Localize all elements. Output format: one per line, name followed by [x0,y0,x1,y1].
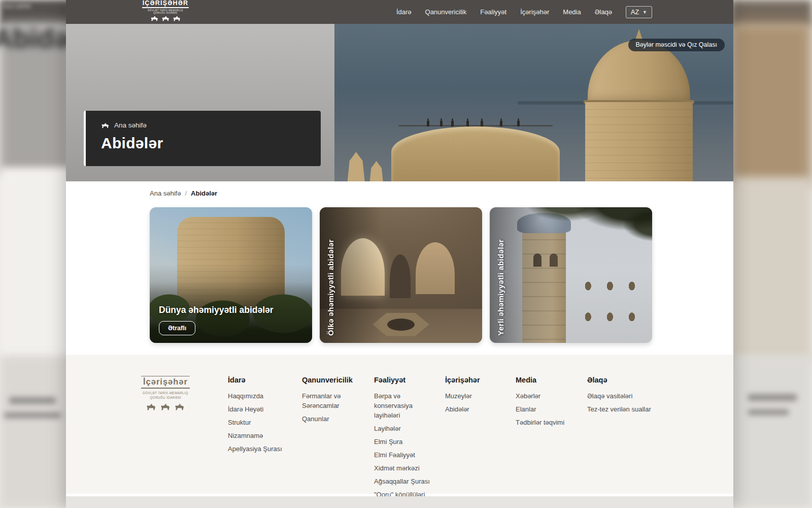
site-logo[interactable]: İÇƏRİŞƏHƏR DÖVLƏT TARİX-MEMARLIQ QORUĞU … [142,0,189,21]
footer-link[interactable]: Xəbərlər [516,391,580,401]
backdrop-right-mid-block [731,178,812,361]
footer-link[interactable]: Bərpa və konservasiya layihələri [374,391,438,420]
small-dome [370,161,383,181]
backdrop-left-blob [4,412,61,418]
footer-link[interactable]: Abidələr [445,404,509,414]
main-page: İÇƏRİŞƏHƏR DÖVLƏT TARİX-MEMARLIQ QORUĞU … [66,0,733,508]
details-button[interactable]: Ətraflı [159,321,195,335]
breadcrumb: Ana səhifə / Abidələr [66,181,733,197]
card-title: Dünya əhəmiyyətli abidələr [159,305,305,315]
nav-item-icherisheher[interactable]: İçərişəhər [520,8,549,16]
person-silhouette [500,120,502,126]
card-world-monuments[interactable]: Dünya əhəmiyyətli abidələr Ətraflı [150,207,312,343]
photo-caption-badge: Bəylər məscidi və Qız Qalası [628,39,725,51]
chevron-down-icon: ▼ [642,10,647,15]
rooftop-railing [398,125,553,126]
breadcrumb-separator: / [185,189,187,197]
breadcrumb-current: Abidələr [191,189,217,197]
footer-link[interactable]: Fərmanlar və Sərəncamlar [302,391,367,410]
footer-logo-gazelles-icon [141,403,190,410]
footer-column-heading: Fəaliyyət [374,376,438,384]
logo-subtitle: DÖVLƏT TARİX-MEMARLIQ QORUĞU İDARƏSİ [142,9,189,14]
person-silhouette [481,120,483,126]
footer-link[interactable]: Muzeylər [445,391,509,401]
card-title-vertical: Yerli əhəmiyyətli abidələr [496,239,505,336]
page-title: Abidələr [101,135,306,152]
footer-column-media: Media Xəbərlər Elanlar Tədbirlər təqvimi [516,376,587,494]
backdrop-left-breadcrumb-text: Ana səhifə [2,3,31,10]
footer-logo[interactable]: İçərişəhər DÖVLƏT TARİX-MEMARLIQ QORUĞU … [141,376,228,494]
panel-breadcrumb[interactable]: Ana səhifə [101,121,306,129]
footer-link[interactable]: Haqqımızda [228,391,295,401]
backdrop-left-white-block [0,168,71,361]
footer-link[interactable]: Elmi Şura [374,437,438,447]
page-title-panel: Ana səhifə Abidələr [84,111,321,166]
language-selected-value: AZ [631,9,639,16]
footer-link[interactable]: Elmi Fəaliyyət [374,450,438,460]
footer-column-heading: Əlaqə [587,376,687,384]
footer-logo-title: İçərişəhər [141,376,190,389]
footer-link[interactable]: Xidmət mərkəzi [374,463,438,473]
footer-link[interactable]: Ağsaqqallar Şurası [374,477,438,486]
person-silhouette [451,120,454,126]
monument-category-cards: Dünya əhəmiyyətli abidələr Ətraflı Ölkə … [66,207,733,343]
footer-column-qanunvericilik: Qanunvericilik Fərmanlar və Sərəncamlar … [302,376,374,494]
backdrop-left-footer-block [0,356,71,508]
footer-column-heading: Qanunvericilik [302,376,367,384]
card-image-fountain-bowl [387,319,415,331]
backdrop-right-blob [748,394,797,401]
footer-link[interactable]: Elanlar [516,404,580,414]
panel-home-link[interactable]: Ana səhifə [114,121,147,129]
card-title-vertical: Ölkə əhəmiyyətli abidələr [326,239,335,336]
person-silhouette [427,120,429,126]
person-silhouette [466,120,469,126]
footer-link[interactable]: Qanunlar [302,414,367,424]
footer: İçərişəhər DÖVLƏT TARİX-MEMARLIQ QORUĞU … [66,355,733,494]
footer-column-heading: İçərişəhər [445,376,509,384]
footer-column-idare: İdarə Haqqımızda İdarə Heyəti Struktur N… [228,376,302,494]
backdrop-right-blob [748,409,789,415]
breadcrumb-home-link[interactable]: Ana səhifə [150,189,181,197]
nav-item-media[interactable]: Media [563,8,581,16]
nav-item-elaqe[interactable]: Əlaqə [595,8,612,16]
footer-link[interactable]: Layihələr [374,424,438,433]
footer-column-icherisheher: İçərişəhər Muzeylər Abidələr [445,376,516,494]
logo-title: İÇƏRİŞƏHƏR [142,0,189,8]
language-select[interactable]: AZ ▼ [626,6,652,18]
card-image-building-wing [574,262,652,343]
backdrop-right-footer-block [731,356,812,508]
footer-link[interactable]: Tədbirlər təqvimi [516,418,580,427]
footer-logo-subtitle: DÖVLƏT TARİX-MEMARLIQ QORUĞU İDARƏSİ [141,391,190,400]
footer-link[interactable]: Əlaqə vasitələri [587,391,687,401]
footer-column-heading: Media [516,376,580,384]
footer-column-fealiyyet: Fəaliyyət Bərpa və konservasiya layihələ… [374,376,445,494]
backdrop-right-tan-block [731,22,812,185]
footer-link[interactable]: Nizamnamə [228,431,295,440]
hero-section: Bəylər məscidi və Qız Qalası Ana səhifə … [66,24,733,181]
bottom-copyright-bar [66,496,733,508]
gazelle-icon [101,122,110,129]
tower-body [585,102,693,181]
fortress-rooftop [391,126,560,181]
hero-photo: Bəylər məscidi və Qız Qalası [334,24,733,181]
logo-gazelles-icon [142,16,189,21]
card-local-monuments[interactable]: Yerli əhəmiyyətli abidələr [490,207,652,343]
nav-item-fealiyyet[interactable]: Fəaliyyət [480,8,506,16]
footer-link[interactable]: İdarə Heyəti [228,404,295,414]
person-silhouette [517,120,520,126]
maiden-tower [585,37,693,181]
main-nav: İdarə Qanunvericilik Fəaliyyət İçərişəhə… [396,6,652,18]
person-silhouette [440,120,443,126]
footer-link[interactable]: Apellyasiya Şurası [228,444,295,454]
small-dome [348,152,365,181]
backdrop-left-blob [9,397,56,404]
top-navigation-bar: İÇƏRİŞƏHƏR DÖVLƏT TARİX-MEMARLIQ QORUĞU … [66,0,733,24]
nav-item-qanunvericilik[interactable]: Qanunvericilik [425,8,467,16]
footer-column-elaqe: Əlaqə Əlaqə vasitələri Tez-tez verilən s… [587,376,694,494]
card-caption: Dünya əhəmiyyətli abidələr Ətraflı [159,305,305,335]
card-national-monuments[interactable]: Ölkə əhəmiyyətli abidələr [320,207,482,343]
footer-link[interactable]: Struktur [228,418,295,427]
footer-link[interactable]: Tez-tez verilən suallar [587,404,687,414]
footer-column-heading: İdarə [228,376,295,384]
nav-item-idare[interactable]: İdarə [396,8,412,16]
